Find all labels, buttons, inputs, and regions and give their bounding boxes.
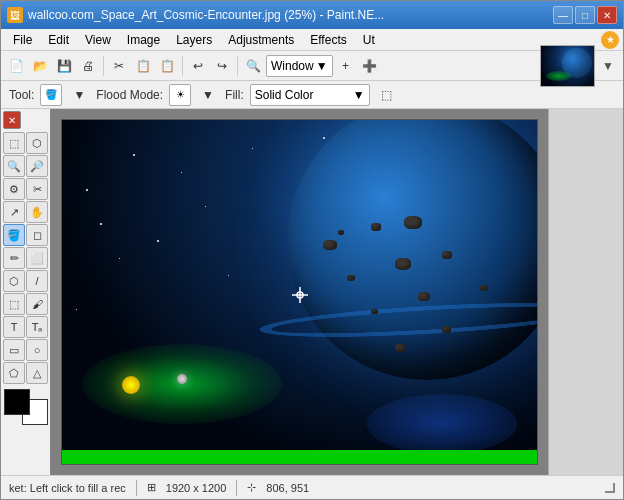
zoom-out-button[interactable]: + (335, 55, 357, 77)
tool-rect-shape[interactable]: ▭ (3, 339, 25, 361)
menu-layers[interactable]: Layers (168, 31, 220, 49)
star (323, 137, 325, 139)
fill-dropdown-arrow: ▼ (353, 88, 365, 102)
flood-mode-arrow[interactable]: ▼ (197, 84, 219, 106)
fill-dropdown[interactable]: Solid Color ▼ (250, 84, 370, 106)
flood-mode-selector[interactable]: ☀ (169, 84, 191, 106)
tool-arrow[interactable]: ▼ (68, 84, 90, 106)
main-window: 🖼 wallcoo.com_Space_Art_Cosmic-Encounter… (0, 0, 624, 500)
undo-button[interactable]: ↩ (187, 55, 209, 77)
asteroid (480, 285, 488, 291)
tool-polygon[interactable]: △ (26, 362, 48, 384)
cut-button[interactable]: ✂ (108, 55, 130, 77)
paste-button[interactable]: 📋 (156, 55, 178, 77)
zoom-dropdown-value: Window (271, 59, 314, 73)
zoom-in-button[interactable]: 🔍 (242, 55, 264, 77)
menu-adjustments[interactable]: Adjustments (220, 31, 302, 49)
status-text: ket: Left click to fill a rec (9, 482, 126, 494)
menu-bar: File Edit View Image Layers Adjustments … (1, 29, 623, 51)
star-icon: ★ (601, 31, 619, 49)
asteroid (338, 230, 344, 235)
asteroid (395, 258, 411, 270)
image-dimensions: 1920 x 1200 (166, 482, 227, 494)
right-panel (548, 109, 623, 475)
copy-button[interactable]: 📋 (132, 55, 154, 77)
tool-zoom-out[interactable]: 🔎 (26, 155, 48, 177)
new-button[interactable]: 📄 (5, 55, 27, 77)
thumbnail-scroll[interactable]: ▼ (597, 55, 619, 77)
cursor-icon-status: ⊹ (247, 481, 256, 494)
window-controls: — □ ✕ (553, 6, 617, 24)
asteroid (371, 223, 381, 231)
tool-clone[interactable]: ✂ (26, 178, 48, 200)
fill-label: Fill: (225, 88, 244, 102)
menu-effects[interactable]: Effects (302, 31, 354, 49)
tool-selector[interactable]: 🪣 (40, 84, 62, 106)
asteroid (418, 292, 430, 301)
space-image (62, 120, 537, 464)
green-glow (82, 344, 282, 424)
asteroid (442, 326, 451, 333)
tool-label: Tool: (9, 88, 34, 102)
asteroid (323, 240, 337, 250)
star (133, 154, 135, 156)
tool-options-bar: Tool: 🪣 ▼ Flood Mode: ☀ ▼ Fill: Solid Co… (1, 81, 623, 109)
zoom-dropdown[interactable]: Window ▼ (266, 55, 333, 77)
tool-pencil[interactable]: ✏ (3, 247, 25, 269)
flood-mode-label: Flood Mode: (96, 88, 163, 102)
tool-move[interactable]: ↗ (3, 201, 25, 223)
status-sep-1 (136, 480, 137, 496)
fill-extra-btn[interactable]: ⬚ (376, 84, 398, 106)
app-icon: 🖼 (7, 7, 23, 23)
toolbar-sep-2 (182, 56, 183, 76)
menu-edit[interactable]: Edit (40, 31, 77, 49)
star (181, 172, 182, 173)
canvas[interactable] (61, 119, 538, 465)
menu-file[interactable]: File (5, 31, 40, 49)
tool-ellipse-shape[interactable]: ○ (26, 339, 48, 361)
star (119, 258, 120, 259)
tool-gradient[interactable]: ◻ (26, 224, 48, 246)
color-selector[interactable] (4, 389, 48, 425)
content-area: ✕ ⬚ ⬡ 🔍 🔎 ⚙ ✂ ↗ ✋ 🪣 ◻ ✏ ⬜ (1, 109, 623, 475)
asteroid (404, 216, 422, 229)
tool-line[interactable]: / (26, 270, 48, 292)
star (252, 148, 253, 149)
tool-eraser[interactable]: ⬜ (26, 247, 48, 269)
tool-freeform[interactable]: ⬠ (3, 362, 25, 384)
foreground-color-box[interactable] (4, 389, 30, 415)
tool-magic-wand[interactable]: ⚙ (3, 178, 25, 200)
tool-select-free[interactable]: ⬡ (26, 132, 48, 154)
menu-view[interactable]: View (77, 31, 119, 49)
zoom-extra-button[interactable]: ➕ (359, 55, 381, 77)
tool-pan[interactable]: ✋ (26, 201, 48, 223)
cursor-coordinates: 806, 951 (266, 482, 309, 494)
redo-button[interactable]: ↪ (211, 55, 233, 77)
star (86, 189, 88, 191)
tool-paint-bucket[interactable]: 🪣 (3, 224, 25, 246)
print-button[interactable]: 🖨 (77, 55, 99, 77)
tool-select-rect[interactable]: ⬚ (3, 132, 25, 154)
tool-zoom[interactable]: 🔍 (3, 155, 25, 177)
close-button[interactable]: ✕ (597, 6, 617, 24)
menu-image[interactable]: Image (119, 31, 168, 49)
image-thumbnail (540, 45, 595, 87)
minimize-button[interactable]: — (553, 6, 573, 24)
tool-text[interactable]: T (3, 316, 25, 338)
status-bar: ket: Left click to fill a rec ⊞ 1920 x 1… (1, 475, 623, 499)
open-button[interactable]: 📂 (29, 55, 51, 77)
star (157, 240, 159, 242)
tool-panel-close[interactable]: ✕ (3, 111, 21, 129)
tool-text2[interactable]: Tₐ (26, 316, 48, 338)
resize-handle[interactable] (605, 483, 615, 493)
star (100, 223, 102, 225)
tool-shape[interactable]: ⬡ (3, 270, 25, 292)
tool-stamp[interactable]: ⬚ (3, 293, 25, 315)
canvas-container[interactable] (51, 109, 548, 475)
maximize-button[interactable]: □ (575, 6, 595, 24)
save-button[interactable]: 💾 (53, 55, 75, 77)
toolbar: 📄 📂 💾 🖨 ✂ 📋 📋 ↩ ↪ 🔍 Window ▼ + ➕ ▼ (1, 51, 623, 81)
zoom-dropdown-arrow: ▼ (316, 59, 328, 73)
tool-recolor[interactable]: 🖌 (26, 293, 48, 315)
menu-ut[interactable]: Ut (355, 31, 383, 49)
